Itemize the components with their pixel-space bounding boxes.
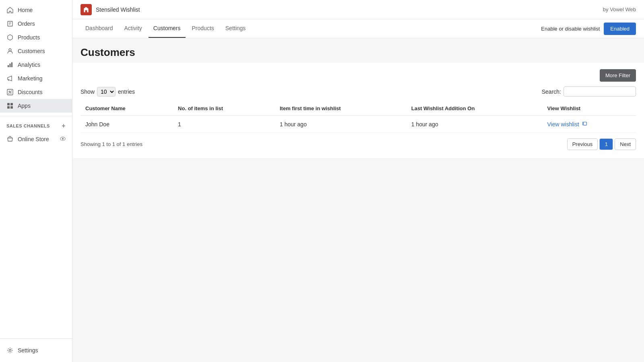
- sidebar-item-marketing[interactable]: Marketing: [0, 72, 72, 85]
- orders-icon: [6, 20, 14, 27]
- previous-button[interactable]: Previous: [567, 138, 598, 150]
- page-title: Customers: [80, 46, 636, 59]
- search-box: Search:: [542, 86, 636, 97]
- content-area: Customers More Filter Show 10 25 50 entr…: [72, 38, 644, 362]
- wishlist-copy-icon: [582, 121, 588, 128]
- col-view-wishlist: View Wishlist: [542, 101, 636, 116]
- entries-label: entries: [118, 88, 135, 95]
- sidebar-item-products[interactable]: Products: [0, 31, 72, 44]
- sidebar-item-label-analytics: Analytics: [18, 62, 40, 68]
- nav-tabs: Dashboard Activity Customers Products Se…: [72, 19, 644, 38]
- sidebar-item-label-customers: Customers: [18, 48, 45, 54]
- sidebar-item-settings[interactable]: Settings: [0, 343, 72, 357]
- customers-icon: [6, 47, 14, 55]
- svg-point-3: [9, 49, 11, 51]
- svg-rect-0: [8, 21, 12, 26]
- more-filter-button[interactable]: More Filter: [600, 69, 636, 82]
- svg-rect-13: [7, 106, 10, 109]
- sidebar-item-label-orders: Orders: [18, 21, 35, 27]
- sidebar-item-label-home: Home: [18, 7, 33, 13]
- col-first-time: Item first time in wishlist: [275, 101, 407, 116]
- svg-point-16: [62, 138, 64, 139]
- sidebar-bottom: Settings: [0, 338, 72, 362]
- cell-customer-name: John Doe: [80, 116, 173, 133]
- app-title: Stensiled Wishlist: [96, 6, 140, 13]
- svg-rect-4: [8, 65, 9, 67]
- online-store-visibility-icon[interactable]: [60, 136, 66, 143]
- tab-customers[interactable]: Customers: [149, 19, 186, 38]
- table-row: John Doe 1 1 hour ago 1 hour ago View wi…: [80, 116, 636, 133]
- tab-products[interactable]: Products: [187, 19, 219, 38]
- page-1-button[interactable]: 1: [599, 138, 613, 150]
- marketing-icon: [6, 75, 14, 82]
- sidebar-item-analytics[interactable]: Analytics: [0, 58, 72, 72]
- tabs-right: Enable or disable wishlist Enabled: [541, 23, 636, 35]
- tab-settings[interactable]: Settings: [221, 19, 251, 38]
- tab-dashboard[interactable]: Dashboard: [80, 19, 118, 38]
- sidebar-item-label-discounts: Discounts: [18, 89, 42, 95]
- svg-rect-12: [10, 103, 13, 105]
- topbar: Stensiled Wishlist by Vowel Web: [72, 0, 644, 19]
- discounts-icon: [6, 88, 14, 96]
- analytics-icon: [6, 61, 14, 68]
- apps-icon: [6, 102, 14, 109]
- svg-rect-5: [10, 64, 11, 67]
- sidebar-item-customers[interactable]: Customers: [0, 44, 72, 58]
- sidebar: Home Orders Products Customers Analytics: [0, 0, 72, 362]
- add-sales-channel-button[interactable]: +: [62, 123, 66, 129]
- sidebar-item-label-products: Products: [18, 34, 40, 41]
- sidebar-item-apps[interactable]: Apps: [0, 99, 72, 113]
- view-wishlist-link[interactable]: View wishlist: [547, 121, 579, 128]
- sales-channels-label: SALES CHANNELS: [6, 123, 50, 128]
- svg-rect-11: [7, 103, 10, 105]
- svg-rect-6: [11, 62, 12, 67]
- enable-label: Enable or disable wishlist: [541, 26, 600, 32]
- settings-icon: [6, 347, 14, 354]
- entries-select[interactable]: 10 25 50: [97, 87, 116, 97]
- tabs-left: Dashboard Activity Customers Products Se…: [80, 19, 252, 38]
- home-icon: [6, 6, 14, 14]
- svg-rect-14: [10, 106, 13, 109]
- pagination-controls: Previous 1 Next: [567, 138, 636, 150]
- online-store-icon: [6, 136, 14, 143]
- cell-items-count: 1: [173, 116, 275, 133]
- app-header-left: Stensiled Wishlist: [80, 4, 140, 15]
- page-header: Customers: [72, 38, 644, 63]
- show-entries: Show 10 25 50 entries: [80, 87, 135, 97]
- show-label: Show: [80, 88, 95, 95]
- sidebar-item-orders[interactable]: Orders: [0, 17, 72, 31]
- search-label: Search:: [542, 88, 561, 95]
- sidebar-divider: [0, 116, 72, 116]
- app-by-label: by Vowel Web: [603, 6, 636, 12]
- customers-table: Customer Name No. of items in list Item …: [80, 101, 636, 133]
- products-icon: [6, 34, 14, 41]
- tab-activity[interactable]: Activity: [120, 19, 147, 38]
- sidebar-item-home[interactable]: Home: [0, 3, 72, 17]
- sidebar-item-label-online-store: Online Store: [18, 136, 49, 142]
- sidebar-item-label-settings: Settings: [18, 347, 38, 354]
- sidebar-item-discounts[interactable]: Discounts: [0, 85, 72, 99]
- filter-row: More Filter: [80, 69, 636, 82]
- svg-point-7: [9, 91, 10, 92]
- content-body: More Filter Show 10 25 50 entries Search…: [72, 63, 644, 158]
- sales-channels-header: SALES CHANNELS +: [0, 119, 72, 132]
- col-last-addition: Last Wishlist Addition On: [407, 101, 543, 116]
- svg-point-8: [10, 93, 12, 94]
- svg-point-17: [9, 350, 11, 352]
- col-items-count: No. of items in list: [173, 101, 275, 116]
- search-input[interactable]: [564, 86, 636, 97]
- cell-view-wishlist: View wishlist: [542, 116, 636, 133]
- col-customer-name: Customer Name: [80, 101, 173, 116]
- cell-first-time: 1 hour ago: [275, 116, 407, 133]
- sidebar-item-online-store[interactable]: Online Store: [0, 132, 72, 146]
- main-content: Stensiled Wishlist by Vowel Web Dashboar…: [72, 0, 644, 362]
- cell-last-addition: 1 hour ago: [407, 116, 543, 133]
- enabled-button[interactable]: Enabled: [604, 23, 636, 35]
- sidebar-item-label-apps: Apps: [18, 103, 31, 109]
- sidebar-item-label-marketing: Marketing: [18, 75, 42, 82]
- next-button[interactable]: Next: [615, 138, 636, 150]
- app-logo: [80, 4, 92, 15]
- svg-rect-19: [584, 122, 587, 125]
- controls-row: Show 10 25 50 entries Search:: [80, 86, 636, 97]
- pagination-row: Showing 1 to 1 of 1 entries Previous 1 N…: [80, 133, 636, 152]
